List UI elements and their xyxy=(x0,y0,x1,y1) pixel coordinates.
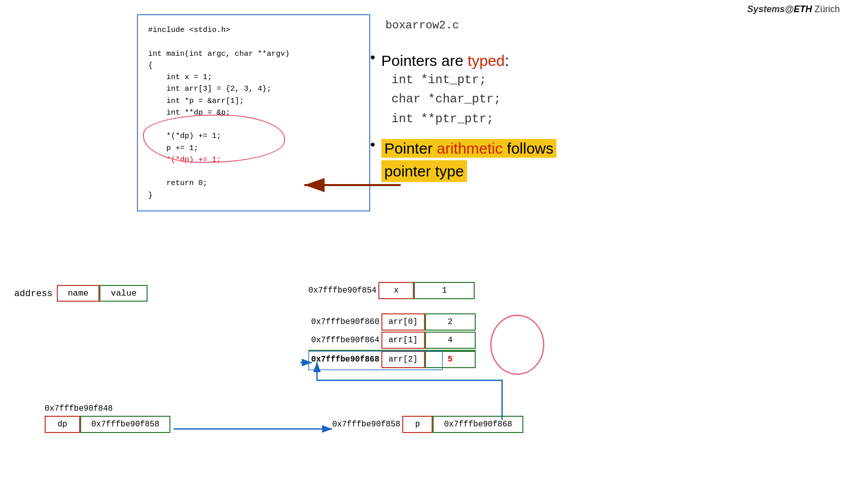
bullet-arithmetic: • Pointer arithmetic follows pointer typ… xyxy=(370,138,827,182)
x-value: 1 xyxy=(414,282,475,299)
page-header: Systems@ETH Zürich xyxy=(747,4,840,15)
arr1-addr: 0x7fffbe90f864 xyxy=(308,336,379,345)
arr1-row: 0x7fffbe90f864 arr[1] 4 xyxy=(308,332,476,349)
bullet-arithmetic-content: Pointer arithmetic follows pointer type xyxy=(381,138,556,182)
p-memory-row: 0x7fffbe90f858 p 0x7fffbe90f868 xyxy=(332,416,523,433)
p-name: p xyxy=(402,416,433,433)
dp-addr-text: 0x7fffbe90f848 xyxy=(45,404,113,413)
bullet-typed-content: Pointers are typed: int *int_ptr; char *… xyxy=(381,51,509,129)
code-line-1: #include <stdio.h> xyxy=(148,24,359,36)
svg-point-5 xyxy=(491,315,544,374)
arr0-row: 0x7fffbe90f860 arr[0] 2 xyxy=(308,313,476,331)
column-headers: address name value xyxy=(14,285,148,302)
value-header: value xyxy=(99,285,148,302)
bullet-dot-2: • xyxy=(370,136,375,153)
code-box: #include <stdio.h> int main(int argc, ch… xyxy=(137,14,370,211)
x-name: x xyxy=(378,282,414,299)
code-line-blank2 xyxy=(148,119,359,130)
code-ptr-ptr: int **ptr_ptr; xyxy=(392,110,509,129)
code-line-blank1 xyxy=(148,36,359,48)
arr0-value: 2 xyxy=(425,313,476,331)
code-line-arr: int arr[3] = {2, 3, 4}; xyxy=(148,83,359,95)
code-line-open: { xyxy=(148,60,359,71)
dp-value: 0x7fffbe90f858 xyxy=(80,416,170,433)
bullet-dot-1: • xyxy=(370,49,375,66)
arr1-value: 4 xyxy=(425,332,476,349)
dp-memory-row: dp 0x7fffbe90f858 xyxy=(45,416,170,433)
bullet-arithmetic-text: Pointer arithmetic follows pointer type xyxy=(381,140,556,179)
bullets-section: • Pointers are typed: int *int_ptr; char… xyxy=(370,51,827,191)
dp-addr-label: 0x7fffbe90f848 xyxy=(45,404,113,413)
code-line-deref1: *(*dp) += 1; xyxy=(148,130,359,142)
code-line-p-inc: p += 1; xyxy=(148,142,359,154)
x-memory-row: 0x7fffbe90f854 x 1 xyxy=(308,282,475,299)
arr0-addr: 0x7fffbe90f860 xyxy=(308,317,379,327)
arr2-row: 0x7fffbe90f868 arr[2] 5 xyxy=(308,351,476,368)
p-value: 0x7fffbe90f868 xyxy=(433,416,523,433)
code-line-dp: int **dp = &p; xyxy=(148,107,359,119)
bullet-typed: • Pointers are typed: int *int_ptr; char… xyxy=(370,51,827,129)
code-char-ptr: char *char_ptr; xyxy=(392,90,509,109)
code-line-close: } xyxy=(148,190,359,201)
code-line-p: int *p = &arr[1]; xyxy=(148,95,359,107)
p-addr: 0x7fffbe90f858 xyxy=(332,420,400,429)
code-line-main: int main(int argc, char **argv) xyxy=(148,48,359,60)
bullet-typed-text: Pointers are typed: xyxy=(381,52,509,69)
code-line-x: int x = 1; xyxy=(148,71,359,83)
blue-arrow-p xyxy=(299,355,314,370)
typed-highlight: typed xyxy=(468,52,505,69)
arr2-addr: 0x7fffbe90f868 xyxy=(308,355,379,364)
arr2-name: arr[2] xyxy=(381,351,425,368)
code-int-ptr: int *int_ptr; xyxy=(392,70,509,90)
code-line-return: return 0; xyxy=(148,177,359,189)
arr0-name: arr[0] xyxy=(381,313,425,331)
x-addr: 0x7fffbe90f854 xyxy=(308,286,376,295)
code-line-blank3 xyxy=(148,166,359,177)
zurich-text: Zürich xyxy=(814,4,840,14)
address-label: address xyxy=(14,289,53,299)
arr1-name: arr[1] xyxy=(381,332,425,349)
arr2-row-wrapper xyxy=(308,350,476,351)
arithmetic-highlight: arithmetic xyxy=(437,140,503,157)
dp-to-p-arrow xyxy=(172,423,335,435)
arr-value-circle xyxy=(487,312,548,378)
eth-text: ETH xyxy=(794,4,812,14)
name-header: name xyxy=(57,285,100,302)
dp-name: dp xyxy=(45,416,80,433)
arr2-value: 5 xyxy=(425,351,476,368)
arr-memory-table: 0x7fffbe90f860 arr[0] 2 0x7fffbe90f864 a… xyxy=(308,313,476,369)
code-red-line: *(*dp) += 1; xyxy=(166,156,221,164)
code-line-deref2: *(*dp) += 1; xyxy=(148,154,359,166)
filename: boxarrow2.c xyxy=(385,19,459,32)
systems-text: Systems@ xyxy=(747,4,794,14)
